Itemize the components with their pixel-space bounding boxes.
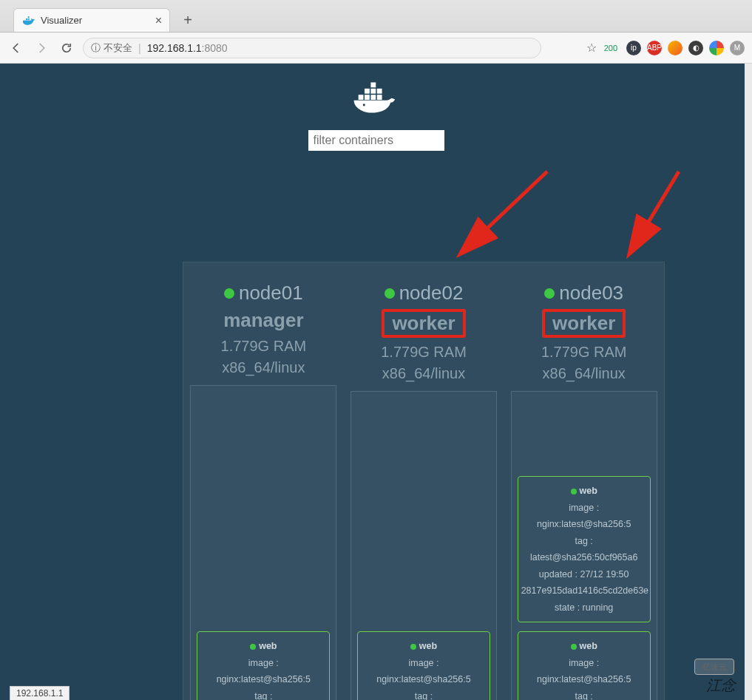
svg-line-9 xyxy=(461,171,547,253)
ext-grey-icon[interactable]: M xyxy=(730,41,745,55)
status-dot-icon xyxy=(250,644,256,650)
ext-abp-icon[interactable]: ABP xyxy=(647,41,662,55)
container-image: image : nginx:latest@sha256:5 xyxy=(521,500,647,533)
svg-rect-2 xyxy=(370,95,376,100)
status-dot-icon xyxy=(571,489,577,495)
container-updated: updated : 27/12 19:50 xyxy=(521,566,647,583)
watermark-logo: 亿速云 xyxy=(694,659,734,675)
node-ram: 1.779G RAM xyxy=(221,338,307,355)
status-dot-icon xyxy=(224,288,234,299)
browser-toolbar: ⓘ 不安全 | 192.168.1.1:8080 ☆ 200 ip ABP ◐ … xyxy=(0,33,752,64)
url-port: :8080 xyxy=(202,42,228,54)
browser-tab-strip: Visualizer × + xyxy=(0,0,752,33)
container-title: web xyxy=(200,638,326,655)
status-dot-icon xyxy=(544,288,555,299)
extensions-row: ip ABP ◐ M xyxy=(626,41,745,55)
node-ram: 1.779G RAM xyxy=(541,344,627,361)
info-icon: ⓘ xyxy=(91,41,101,55)
filter-containers-input[interactable] xyxy=(308,130,444,151)
svg-rect-3 xyxy=(376,95,382,100)
container-card[interactable]: webimage : nginx:latest@sha256:5tag : la… xyxy=(357,631,490,700)
annotation-arrow-2 xyxy=(621,166,688,262)
container-card[interactable]: webimage : nginx:latest@sha256:5tag : la… xyxy=(518,631,651,700)
container-title: web xyxy=(521,638,647,655)
reload-button[interactable] xyxy=(58,39,75,57)
node-role: manager xyxy=(223,309,303,332)
browser-tab[interactable]: Visualizer × xyxy=(13,8,170,32)
ext-orange-icon[interactable] xyxy=(668,41,682,55)
container-image: image : nginx:latest@sha256:5 xyxy=(361,655,487,688)
container-tag: tag : latest@sha256:50cf965a6 xyxy=(521,533,647,566)
status-dot-icon xyxy=(385,288,395,299)
node-role: worker xyxy=(382,309,465,338)
status-dot-icon xyxy=(571,644,577,650)
container-state: state : running xyxy=(521,599,647,616)
svg-rect-4 xyxy=(365,89,370,94)
status-bar-hover: 192.168.1.1 xyxy=(10,686,70,700)
forward-button[interactable] xyxy=(33,39,50,57)
svg-line-10 xyxy=(630,171,679,253)
container-tag: tag : latest@sha256:50cf965a6 xyxy=(521,688,647,701)
node-arch: x86_64/linux xyxy=(382,365,465,382)
whale-icon xyxy=(23,15,35,27)
security-badge[interactable]: ⓘ 不安全 xyxy=(91,41,132,55)
back-button[interactable] xyxy=(7,39,25,57)
node-arch: x86_64/linux xyxy=(222,359,305,376)
node-column: node02worker1.779G RAMx86_64/linuxwebima… xyxy=(344,262,504,700)
close-icon[interactable]: × xyxy=(155,14,162,27)
container-id: 2817e915dad1416c5cd2de63e xyxy=(521,582,647,599)
node-column: node03worker1.779G RAMx86_64/linuxwebima… xyxy=(504,262,664,700)
scroll-gutter xyxy=(745,64,752,700)
container-tag: tag : latest@sha256:50cf965a6 xyxy=(361,688,487,701)
svg-rect-1 xyxy=(365,95,370,100)
svg-rect-5 xyxy=(370,89,376,94)
node-name: node02 xyxy=(385,282,464,305)
containers-box: webimage : nginx:latest@sha256:5tag : la… xyxy=(350,391,497,700)
container-title: web xyxy=(361,638,487,655)
svg-rect-6 xyxy=(376,89,382,94)
node-name: node03 xyxy=(544,282,623,305)
page-viewport: node01manager1.779G RAMx86_64/linuxwebim… xyxy=(0,64,752,700)
container-image: image : nginx:latest@sha256:5 xyxy=(200,655,326,688)
security-label: 不安全 xyxy=(104,41,132,55)
containers-box: webimage : nginx:latest@sha256:5tag : la… xyxy=(511,391,657,700)
new-tab-button[interactable]: + xyxy=(177,10,198,30)
container-title: web xyxy=(521,483,647,500)
node-ram: 1.779G RAM xyxy=(381,344,467,361)
status-dot-icon xyxy=(410,644,416,650)
url-host: 192.168.1.1 xyxy=(147,42,202,54)
zoom-level[interactable]: 200 xyxy=(604,44,617,52)
containers-box: webimage : nginx:latest@sha256:5tag : la… xyxy=(190,385,336,700)
ext-dark-icon[interactable]: ◐ xyxy=(688,41,703,55)
node-column: node01manager1.779G RAMx86_64/linuxwebim… xyxy=(183,262,344,700)
ext-ip-icon[interactable]: ip xyxy=(626,41,641,55)
ext-chrome-icon[interactable] xyxy=(709,41,724,55)
node-name: node01 xyxy=(224,282,303,305)
swarm-panel: node01manager1.779G RAMx86_64/linuxwebim… xyxy=(183,262,665,700)
container-card[interactable]: webimage : nginx:latest@sha256:5tag : la… xyxy=(197,631,330,700)
node-arch: x86_64/linux xyxy=(543,365,626,382)
container-image: image : nginx:latest@sha256:5 xyxy=(521,655,647,688)
address-bar[interactable]: ⓘ 不安全 | 192.168.1.1:8080 xyxy=(83,38,541,58)
svg-rect-7 xyxy=(370,82,376,87)
container-card[interactable]: webimage : nginx:latest@sha256:5tag : la… xyxy=(518,476,651,622)
divider: | xyxy=(138,42,141,54)
svg-rect-0 xyxy=(358,95,363,100)
tab-title: Visualizer xyxy=(41,15,82,26)
watermark-text: 江念 xyxy=(706,676,736,696)
container-tag: tag : latest@sha256:50cf965a6 xyxy=(200,688,326,701)
svg-point-8 xyxy=(362,103,365,106)
bookmark-star-icon[interactable]: ☆ xyxy=(586,41,597,55)
node-role: worker xyxy=(542,309,626,338)
docker-logo xyxy=(0,64,752,118)
annotation-arrow-1 xyxy=(451,166,555,262)
